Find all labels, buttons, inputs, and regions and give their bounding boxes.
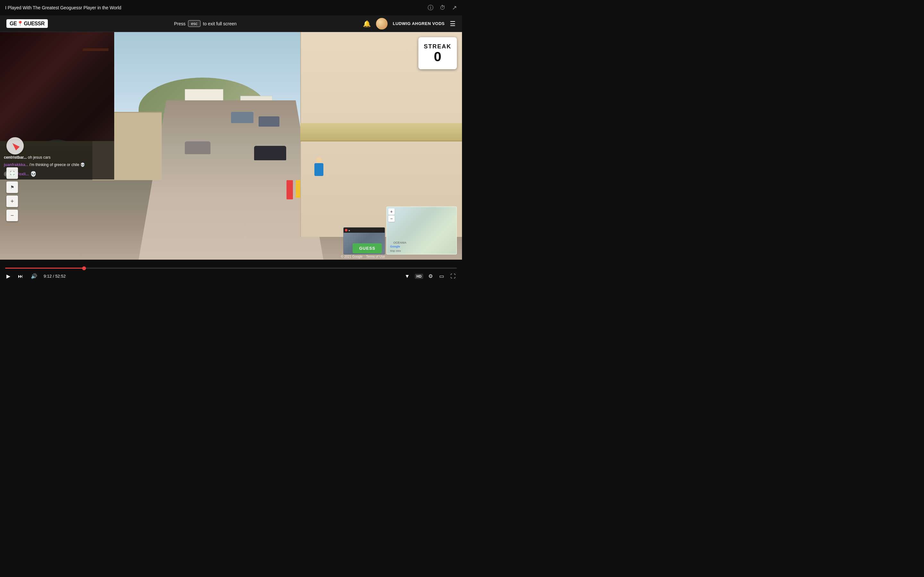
exit-text: to exit full screen [203, 21, 237, 26]
webcam-overlay: centristbar... oh jesus cars juanfrakkka… [0, 32, 114, 179]
nav-controls [6, 137, 24, 155]
progress-dot [82, 266, 86, 270]
chat-user-2: juanfrakkka... [4, 163, 29, 167]
mini-zoom-in[interactable]: + [388, 208, 395, 215]
hamburger-menu[interactable]: ☰ [450, 20, 456, 27]
captions-button[interactable]: HD [415, 274, 423, 279]
theater-button[interactable]: ▭ [438, 272, 445, 280]
subtitles-button[interactable]: ▼ [403, 272, 411, 280]
guess-btn-area: GUESS [352, 243, 382, 253]
zoom-out-button[interactable]: − [6, 210, 18, 221]
username: LUDWIG AHGREN VODS [393, 21, 445, 26]
chat-user-1: centristbar... [4, 155, 27, 160]
title-bar-icons: ⓘ ⏱ ↗ [428, 4, 457, 11]
time-display: 9:12 / 52:52 [44, 274, 66, 279]
guess-button[interactable]: GUESS [352, 243, 382, 253]
zoom-in-button[interactable]: + [6, 195, 18, 207]
person-head [316, 157, 322, 163]
road [139, 100, 323, 259]
car-covered [185, 141, 210, 154]
chat-message-1: centristbar... oh jesus cars [4, 155, 110, 160]
chat-message-2: juanfrakkka... i'm thinking of greece or… [4, 162, 110, 168]
chat-icons-row: ○ S Foxli... 💀 [4, 171, 110, 177]
header-right: 🔔 LUDWIG AHGREN VODS ☰ [363, 18, 456, 29]
info-icon[interactable]: ⓘ [428, 4, 433, 11]
bottom-bar: ▶ ⏭ 🔊 9:12 / 52:52 ▼ HD ⚙ ▭ ⛶ [0, 259, 462, 288]
fullscreen-button[interactable]: ⛶ [449, 272, 457, 280]
compass-arrow [11, 141, 19, 150]
progress-bar[interactable] [5, 268, 457, 269]
map-oceania-label: OCEANIA [393, 241, 407, 244]
clock-icon[interactable]: ⏱ [440, 5, 446, 11]
logo-guessr: GUESSR [24, 21, 45, 27]
scene-person [314, 157, 324, 180]
compass-button[interactable] [6, 137, 24, 155]
settings-button[interactable]: ⚙ [427, 272, 434, 280]
press-text: Press [174, 21, 186, 26]
map-google-label: Google [390, 245, 400, 248]
volume-button[interactable]: 🔊 [29, 272, 39, 280]
mini-map[interactable]: + − OCEANIA Google Map data [386, 206, 457, 255]
progress-fill [5, 268, 84, 269]
person-body [314, 163, 323, 176]
right-controls: ▼ HD ⚙ ▭ ⛶ [403, 272, 457, 280]
thumb-bar: ▶ [344, 227, 384, 233]
car-2 [258, 116, 279, 127]
streak-badge: STREAK 0 [418, 37, 457, 69]
geoguessr-logo[interactable]: GE 📍 GUESSR [6, 19, 48, 28]
webcam-feed [0, 32, 114, 141]
title-bar: I Played With The Greatest Geoguessr Pla… [0, 0, 462, 15]
chat-user-3: Foxli... [17, 172, 29, 176]
streak-value: 0 [434, 50, 441, 63]
avatar-img [376, 18, 388, 29]
thumb-dot [345, 229, 347, 231]
chat-icon-3: 💀 [30, 171, 37, 177]
google-text: Google [390, 245, 400, 248]
awning [300, 123, 462, 141]
terms-text: Terms of Use [366, 255, 385, 258]
copyright-text: © 2021 Google [341, 255, 363, 258]
esc-key: esc [188, 20, 200, 27]
left-controls: ⛶ ⚑ + − [6, 167, 18, 221]
google-copyright: © 2021 Google Terms of Use [341, 255, 385, 258]
mini-map-content: + − OCEANIA Google Map data [387, 207, 456, 254]
fullscreen-button[interactable]: ⛶ [6, 167, 18, 179]
flag-red [286, 180, 293, 199]
video-title: I Played With The Greatest Geoguessr Pla… [5, 5, 121, 10]
geoguessr-header: GE 📍 GUESSR Press esc to exit full scree… [0, 15, 462, 32]
map-data-label: Map data [390, 250, 401, 252]
car-black [254, 146, 286, 160]
chat-text-2: i'm thinking of greece or chile 💀 [29, 163, 85, 167]
chat-text-1: oh jesus cars [28, 155, 51, 160]
bell-icon[interactable]: 🔔 [363, 20, 371, 27]
main-content: STREAK 0 centristbar... oh j [0, 32, 462, 259]
user-avatar[interactable] [376, 18, 388, 29]
share-icon[interactable]: ↗ [452, 4, 457, 11]
header-center: Press esc to exit full screen [48, 20, 363, 27]
flag-button[interactable]: ⚑ [6, 181, 18, 193]
car-1 [231, 112, 254, 123]
mini-zoom-out[interactable]: − [388, 215, 395, 222]
thumb-bar-text: ▶ [349, 229, 351, 231]
play-button[interactable]: ▶ [5, 272, 11, 280]
controls-row: ▶ ⏭ 🔊 9:12 / 52:52 ▼ HD ⚙ ▭ ⛶ [5, 272, 457, 280]
esc-hint: Press esc to exit full screen [174, 20, 236, 27]
logo-geo: GE [10, 21, 17, 27]
mini-map-zoom: + − [388, 208, 395, 222]
next-button[interactable]: ⏭ [17, 272, 24, 280]
webcam-shelf [83, 48, 108, 51]
logo-pin: 📍 [17, 21, 23, 27]
